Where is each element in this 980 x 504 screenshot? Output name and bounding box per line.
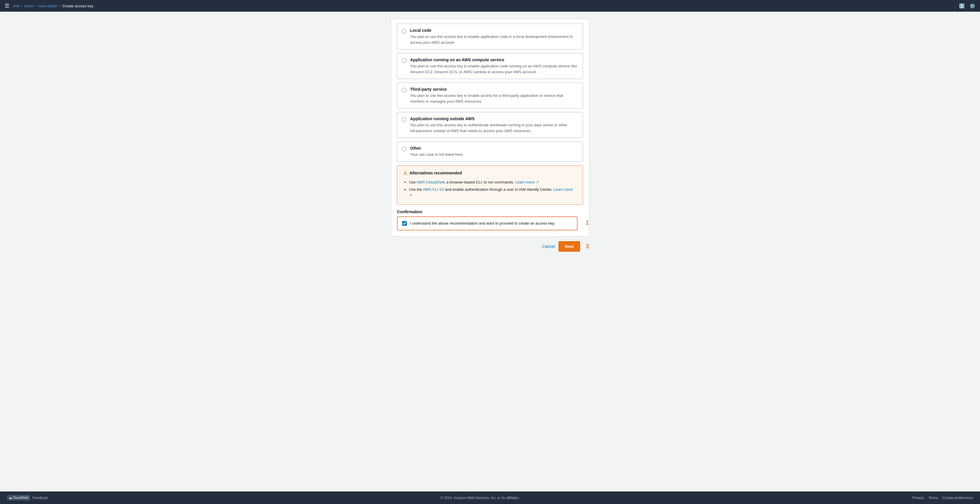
option-third-party-text: Third-party service You plan to use this… [410,87,578,104]
radio-outside-aws[interactable] [402,117,407,122]
terms-link[interactable]: Terms [928,496,938,500]
option-aws-compute[interactable]: Application running on an AWS compute se… [397,53,583,79]
option-outside-aws-desc: You plan to use this access key to authe… [410,122,578,134]
option-other-text: Other Your use case is not listed here. [410,146,464,157]
option-aws-compute-text: Application running on an AWS compute se… [410,57,578,75]
warning-icon: ⚠ [403,170,407,176]
footer: ☁ CloudShell Feedback © 2024, Amazon Web… [0,491,980,504]
confirmation-step-number: 1 [585,219,589,226]
aws-cli-v2-link[interactable]: AWS CLI V2 [423,187,444,192]
option-third-party[interactable]: Third-party service You plan to use this… [397,83,583,108]
radio-aws-compute[interactable] [402,58,407,63]
radio-other[interactable] [402,147,407,151]
top-navigation: ☰ IAM › Users › sam-admin › Create acces… [0,0,980,12]
radio-third-party[interactable] [402,88,407,92]
alternative-item-1: Use AWS CloudShell, a browser-based CLI,… [409,180,577,185]
cancel-button[interactable]: Cancel [542,244,555,249]
info-icon[interactable]: ℹ️ [959,3,965,9]
cloudshell-button[interactable]: ☁ CloudShell [7,495,30,501]
top-nav-icons: ℹ️ ⚙️ [959,3,975,9]
option-third-party-title: Third-party service [410,87,578,92]
ext-link-icon-2: ↗ [409,193,412,197]
learn-more-link-1[interactable]: Learn more ↗ [515,180,539,184]
cookie-preferences-link[interactable]: Cookie preferences [943,496,973,500]
alternatives-list: Use AWS CloudShell, a browser-based CLI,… [403,180,577,198]
hamburger-menu-icon[interactable]: ☰ [5,3,10,9]
option-aws-compute-title: Application running on an AWS compute se… [410,57,578,62]
confirmation-title: Confirmation [397,210,578,214]
breadcrumb-current: Create access key [62,4,93,8]
aws-cloudshell-link[interactable]: AWS CloudShell [417,180,444,184]
option-third-party-desc: You plan to use this access key to enabl… [410,93,578,104]
main-content: Local code You plan to use this access k… [0,12,980,491]
footer-left: ☁ CloudShell Feedback [7,495,48,501]
option-outside-aws[interactable]: Application running outside AWS You plan… [397,112,583,138]
alternatives-title: ⚠ Alternatives recommended [403,170,577,176]
next-step-number: 2 [586,243,589,250]
alternatives-title-text: Alternatives recommended [409,171,462,175]
alternatives-box: ⚠ Alternatives recommended Use AWS Cloud… [397,165,583,205]
footer-links: Privacy Terms Cookie preferences [912,496,973,500]
confirmation-section: Confirmation I understand the above reco… [397,210,578,231]
breadcrumb-users[interactable]: Users [24,4,34,8]
next-button[interactable]: Next [558,241,580,252]
breadcrumb-sep-3: › [59,4,60,8]
content-panel: Local code You plan to use this access k… [391,19,589,237]
breadcrumb-iam[interactable]: IAM [13,4,19,8]
option-local-code-desc: You plan to use this access key to enabl… [410,34,578,45]
option-other[interactable]: Other Your use case is not listed here. [397,142,583,162]
option-outside-aws-title: Application running outside AWS [410,116,578,121]
privacy-link[interactable]: Privacy [912,496,924,500]
option-local-code[interactable]: Local code You plan to use this access k… [397,24,583,49]
confirmation-checkbox-wrapper[interactable]: I understand the above recommendation an… [397,216,578,231]
option-other-desc: Your use case is not listed here. [410,152,464,157]
option-local-code-text: Local code You plan to use this access k… [410,28,578,45]
alternative-item-2: Use the AWS CLI V2 and enable authentica… [409,187,577,198]
feedback-link[interactable]: Feedback [32,496,48,500]
footer-copyright: © 2024, Amazon Web Services, Inc. or its… [52,496,908,500]
option-outside-aws-text: Application running outside AWS You plan… [410,116,578,134]
settings-icon[interactable]: ⚙️ [969,3,975,9]
breadcrumb-sep-2: › [36,4,37,8]
radio-local-code[interactable] [402,29,407,33]
option-other-title: Other [410,146,464,151]
breadcrumb-sam-admin[interactable]: sam-admin [39,4,57,8]
ext-link-icon-1: ↗ [536,180,539,184]
breadcrumb-sep-1: › [21,4,22,8]
confirmation-checkbox-label[interactable]: I understand the above recommendation an… [410,221,555,226]
option-local-code-title: Local code [410,28,578,33]
confirmation-checkbox[interactable] [402,221,407,226]
breadcrumb: IAM › Users › sam-admin › Create access … [13,4,93,8]
confirmation-row: Confirmation I understand the above reco… [391,210,589,236]
option-aws-compute-desc: You plan to use this access key to enabl… [410,63,578,75]
actions-bar: Cancel Next 2 [391,237,589,256]
